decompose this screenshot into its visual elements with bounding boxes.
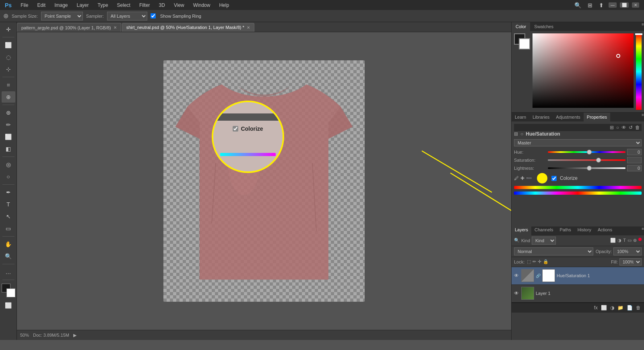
minimize-btn[interactable]: — (609, 2, 617, 8)
hue-bar[interactable] (636, 33, 642, 110)
saturation-track[interactable] (548, 159, 625, 161)
more-tools-btn[interactable]: … (2, 266, 15, 278)
layers-panel-collapse[interactable]: ≡ (642, 226, 644, 235)
visible-icon[interactable]: 👁 (621, 125, 626, 130)
tab-history[interactable]: History (574, 226, 594, 235)
filter-shape-icon[interactable]: ▭ (627, 238, 632, 243)
filter-pixel-icon[interactable]: ⬜ (610, 238, 616, 243)
layer-visibility-hue-sat[interactable]: 👁 (514, 273, 519, 278)
filter-adj-icon[interactable]: ◑ (617, 238, 621, 243)
lightness-track[interactable] (548, 167, 625, 169)
menu-type[interactable]: Type (96, 2, 110, 9)
color-gradient[interactable] (533, 33, 634, 108)
tab-properties[interactable]: Properties (584, 113, 610, 121)
sampler-select[interactable]: All Layers Current Layer (107, 12, 147, 21)
eyedropper-icon[interactable]: 🖉 (514, 175, 519, 181)
add-layer-btn[interactable]: 📄 (626, 304, 634, 311)
preset-icon[interactable]: ⊞ (610, 125, 614, 130)
tab-paths[interactable]: Paths (557, 226, 574, 235)
blend-mode-select[interactable]: Normal Dissolve Multiply Screen Overlay (514, 247, 593, 255)
workspace-btn[interactable]: ⊞ (586, 1, 594, 9)
healing-tool[interactable]: ⊛ (2, 107, 15, 118)
tab-pattern[interactable]: pattern_argyle.psd @ 100% (Layer 1, RGB/… (17, 23, 121, 32)
fx-btn[interactable]: fx (593, 304, 599, 311)
close-btn[interactable]: ✕ (632, 2, 639, 8)
search-btn[interactable]: 🔍 (573, 1, 583, 9)
hue-sat-preset-select[interactable]: Master Reds Yellows Greens Cyans Blues M… (514, 139, 642, 146)
menu-image[interactable]: Image (53, 2, 69, 9)
menu-file[interactable]: File (19, 2, 30, 9)
add-adjustment-btn[interactable]: ◑ (609, 304, 615, 311)
color-panel-collapse[interactable]: ≡ (642, 22, 644, 31)
sample-size-select[interactable]: Point Sample 3 by 3 Average 5 by 5 Avera… (41, 12, 83, 21)
dodge-tool[interactable]: ○ (2, 171, 15, 182)
clip-icon[interactable]: ○ (616, 125, 619, 130)
delete-layer-btn[interactable]: 🗑 (635, 304, 642, 311)
lock-transparent-icon[interactable]: ⬚ (527, 259, 531, 264)
add-group-btn[interactable]: 📁 (617, 304, 624, 311)
tab-swatches[interactable]: Swatches (530, 22, 557, 31)
tab-shirt[interactable]: shirt_neutral.psd @ 50% (Hue/Saturation … (122, 23, 254, 32)
layer-row-1[interactable]: 👁 Layer 1 (512, 285, 644, 303)
tab-adjustments[interactable]: Adjustments (553, 113, 584, 121)
status-arrow[interactable]: ▶ (73, 333, 76, 338)
filter-type-select[interactable]: Kind Name Effect Mode (532, 237, 556, 245)
saturation-value[interactable]: 25 (627, 157, 642, 163)
menu-window[interactable]: Window (192, 2, 212, 9)
path-select-tool[interactable]: ↖ (2, 211, 15, 222)
tab-libraries[interactable]: Libraries (529, 113, 553, 121)
magic-wand-tool[interactable]: ⊹ (2, 64, 15, 75)
reset-icon[interactable]: ↺ (629, 125, 633, 130)
properties-panel-collapse[interactable]: ≡ (642, 113, 644, 121)
layer-row-hue-sat[interactable]: 👁 🔗 Hue/Saturation 1 (512, 267, 644, 285)
fg-bg-colors[interactable] (2, 284, 15, 297)
hue-value[interactable] (627, 149, 642, 155)
crop-tool[interactable]: ⌗ (2, 79, 15, 91)
pen-tool[interactable]: ✒ (2, 187, 15, 198)
tab-learn[interactable]: Learn (512, 113, 529, 121)
zoom-tool[interactable]: 🔍 (2, 251, 15, 262)
layer-link-hue-sat[interactable]: 🔗 (536, 274, 541, 278)
tab-layers[interactable]: Layers (512, 226, 531, 235)
menu-filter[interactable]: Filter (138, 2, 152, 9)
background-swatch[interactable] (519, 38, 530, 49)
menu-select[interactable]: Select (116, 2, 132, 9)
show-sampling-ring-checkbox[interactable] (151, 13, 156, 19)
eraser-tool[interactable]: ⬜ (2, 131, 15, 142)
saturation-thumb[interactable] (596, 158, 601, 163)
gradient-tool[interactable]: ◧ (2, 143, 15, 154)
share-btn[interactable]: ⬆ (597, 1, 605, 9)
eyedropper-tool[interactable]: ⊕ (2, 91, 15, 103)
hand-tool[interactable]: ✋ (2, 239, 15, 250)
layer-visibility-1[interactable]: 👁 (514, 290, 519, 296)
hue-track[interactable] (548, 151, 625, 153)
tab-actions[interactable]: Actions (594, 226, 615, 235)
eyedropper-minus-icon[interactable]: ➖ (526, 175, 532, 181)
lightness-value[interactable] (627, 165, 642, 171)
fill-select[interactable]: 100% 75% 50% (619, 258, 642, 266)
menu-3d[interactable]: 3D (157, 2, 167, 9)
filter-type-icon[interactable]: T (623, 238, 626, 243)
mode-toggle[interactable]: ⬜ (2, 300, 15, 311)
menu-edit[interactable]: Edit (35, 2, 47, 9)
lock-artboard-icon[interactable]: ✛ (538, 259, 541, 264)
tab-shirt-close[interactable]: ✕ (247, 25, 250, 30)
rect-select-tool[interactable]: ⬜ (2, 39, 15, 51)
blur-tool[interactable]: ◎ (2, 159, 15, 170)
shape-tool[interactable]: ▭ (2, 223, 15, 234)
delete-icon[interactable]: 🗑 (635, 125, 640, 130)
move-tool[interactable]: ✛ (2, 24, 15, 35)
hue-thumb[interactable] (587, 150, 592, 154)
lightness-thumb[interactable] (587, 166, 592, 171)
opacity-select[interactable]: 100% 75% 50% 25% (613, 247, 642, 255)
eyedropper-plus-icon[interactable]: ✚ (520, 175, 524, 181)
tab-channels[interactable]: Channels (531, 226, 556, 235)
restore-btn[interactable]: ⬜ (620, 2, 629, 8)
add-mask-btn[interactable]: ⬜ (600, 304, 608, 311)
tab-color[interactable]: Color (512, 22, 530, 31)
lock-position-icon[interactable]: 🔒 (543, 259, 549, 264)
tab-pattern-close[interactable]: ✕ (114, 25, 117, 30)
menu-view[interactable]: View (172, 2, 186, 9)
menu-help[interactable]: Help (217, 2, 231, 9)
lasso-tool[interactable]: ◌ (2, 51, 15, 63)
